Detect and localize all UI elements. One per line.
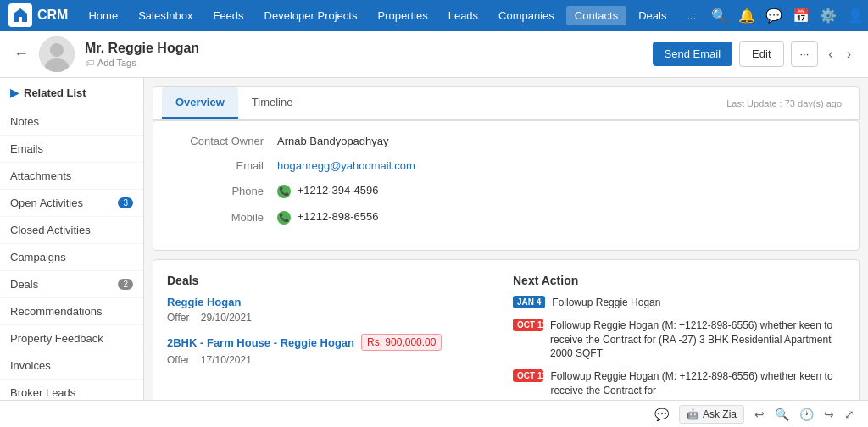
sub-header-actions: Send Email Edit ··· ‹ › [653,41,854,67]
next-action-column: Next Action JAN 4 Followup Reggie Hogan … [513,274,845,407]
edit-button[interactable]: Edit [739,41,783,67]
related-list-title: ▶ Related List [0,78,143,108]
top-navigation: CRM Home SalesInbox Feeds Developer Proj… [0,0,868,30]
email-label: Email [167,159,277,172]
contact-tag: 🏷 Add Tags [85,58,643,68]
open-activities-badge: 3 [118,197,133,208]
next-action-title: Next Action [513,274,845,287]
zoom-icon[interactable]: 🔍 [775,408,789,421]
more-button[interactable]: ··· [791,41,819,67]
sidebar-item-closed-activities[interactable]: Closed Activities [0,217,143,244]
sidebar-item-label: Broker Leads [10,386,75,399]
logo-text: CRM [37,8,68,23]
deals-next-action-card: Deals Reggie Hogan Offer 29/10/2021 2BHK… [153,259,860,421]
deal2-meta: Offer 17/10/2021 [167,354,499,366]
nav-leads[interactable]: Leads [440,6,487,25]
deals-next-layout: Deals Reggie Hogan Offer 29/10/2021 2BHK… [167,274,845,407]
tab-overview[interactable]: Overview [162,87,238,119]
mobile-value: 📞 +1212-898-6556 [277,210,378,225]
calendar-icon[interactable]: 📅 [793,8,810,24]
deals-column: Deals Reggie Hogan Offer 29/10/2021 2BHK… [167,274,499,407]
expand-icon[interactable]: ⤢ [844,408,854,421]
sidebar-item-recommendations[interactable]: Recommendations [0,298,143,325]
logo: CRM [8,3,68,27]
avatar-icon[interactable]: 👤 [847,8,864,24]
sidebar-item-property-feedback[interactable]: Property Feedback [0,325,143,352]
sidebar-item-label: Emails [10,142,43,155]
sidebar-item-label: Recommendations [10,305,102,318]
deal1-row: Reggie Hogan [167,296,499,308]
nav-home[interactable]: Home [80,6,126,25]
deal2-row: 2BHK - Farm House - Reggie Hogan Rs. 900… [167,334,499,351]
phone-label: Phone [167,185,277,197]
nav-companies[interactable]: Companies [490,6,563,25]
settings-icon[interactable]: ⚙️ [820,8,837,24]
sidebar-item-deals[interactable]: Deals 2 [0,271,143,298]
search-icon[interactable]: 🔍 [711,8,728,24]
nav-more[interactable]: ... [678,6,704,25]
tabs-bar: Overview Timeline Last Update : 73 day(s… [153,86,860,120]
zia-icon: 🤖 [687,408,699,420]
nav-deals[interactable]: Deals [630,6,675,25]
deal2-type: Offer [167,354,189,366]
contact-name: Mr. Reggie Hogan [85,41,643,56]
sidebar-item-label: Attachments [10,169,71,182]
sidebar-item-campaigns[interactable]: Campaigns [0,244,143,271]
owner-value: Arnab Bandyopadhyay [277,135,389,147]
send-email-button[interactable]: Send Email [653,42,732,66]
sidebar-item-attachments[interactable]: Attachments [0,163,143,190]
sidebar-item-open-activities[interactable]: Open Activities 3 [0,190,143,217]
sidebar-item-notes[interactable]: Notes [0,108,143,136]
chat-icon[interactable]: 💬 [765,8,782,24]
sidebar-item-label: Deals [10,278,38,291]
sidebar-section-icon: ▶ [10,86,19,99]
owner-row: Contact Owner Arnab Bandyopadhyay [167,135,845,147]
main-layout: ▶ Related List Notes Emails Attachments … [0,78,868,427]
deal1-meta: Offer 29/10/2021 [167,312,499,324]
prev-record-button[interactable]: ‹ [825,43,836,65]
action-text-2: Followup Reggie Hogan (M: +1212-898-6556… [550,319,845,361]
chat-bottom-icon[interactable]: 💬 [654,408,669,421]
sidebar-item-label: Open Activities [10,197,83,209]
sidebar-item-emails[interactable]: Emails [0,136,143,163]
ask-zia-button[interactable]: 🤖 Ask Zia [679,405,744,424]
phone-number: +1212-394-4596 [298,184,379,197]
deals-badge: 2 [118,279,133,290]
sidebar-item-invoices[interactable]: Invoices [0,352,143,380]
sidebar-item-label: Invoices [10,359,51,372]
svg-point-2 [50,43,64,57]
nav-icons: 🔍 🔔 💬 📅 ⚙️ 👤 ⠿ [711,8,868,24]
last-update: Last Update : 73 day(s) ago [718,90,850,117]
clock-icon[interactable]: 🕐 [799,408,814,421]
deal1-name[interactable]: Reggie Hogan [167,296,241,308]
bell-icon[interactable]: 🔔 [738,8,755,24]
related-list-label: Related List [24,86,86,99]
next-record-button[interactable]: › [843,43,854,65]
back-button[interactable]: ← [14,45,29,63]
nav-properties[interactable]: Properties [369,6,436,25]
nav-salesinbox[interactable]: SalesInbox [130,6,201,25]
action-text-3: Followup Reggie Hogan (M: +1212-898-6556… [550,369,845,398]
tab-timeline[interactable]: Timeline [238,87,307,119]
sidebar-item-label: Closed Activities [10,224,91,236]
add-tags-label[interactable]: Add Tags [97,58,136,68]
email-link[interactable]: hoganregg@yahoomail.com [277,159,415,172]
forward-icon[interactable]: ↪ [824,408,834,421]
mobile-label: Mobile [167,211,277,224]
contact-details-card: Contact Owner Arnab Bandyopadhyay Email … [153,120,860,251]
deal2-name[interactable]: 2BHK - Farm House - Reggie Hogan [167,336,354,349]
contact-avatar [39,36,75,72]
nav-contacts[interactable]: Contacts [566,6,626,25]
mobile-number: +1212-898-6556 [298,210,379,223]
nav-developer-projects[interactable]: Developer Projects [256,6,366,25]
nav-feeds[interactable]: Feeds [204,6,252,25]
action-item-2: OCT 11 Followup Reggie Hogan (M: +1212-8… [513,319,845,361]
tabs-left: Overview Timeline [162,87,306,119]
deals-title: Deals [167,274,499,287]
email-value[interactable]: hoganregg@yahoomail.com [277,159,415,172]
deal2-price: Rs. 900,000.00 [361,334,442,351]
undo-icon[interactable]: ↩ [754,408,765,421]
bottom-bar: 💬 🤖 Ask Zia ↩ 🔍 🕐 ↪ ⤢ [0,400,868,427]
action-text-1: Followup Reggie Hogan [552,296,660,310]
action-badge-2: OCT 11 [513,319,543,331]
